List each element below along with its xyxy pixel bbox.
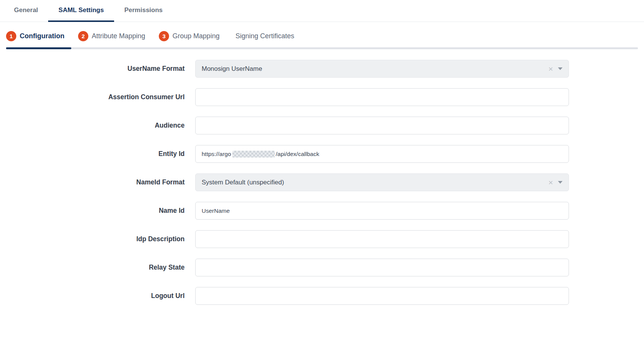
- clear-icon[interactable]: ×: [548, 178, 553, 186]
- clear-icon[interactable]: ×: [548, 65, 553, 73]
- field-label: UserName Format: [0, 65, 195, 73]
- step-group-mapping[interactable]: 3 Group Mapping: [159, 31, 219, 41]
- chevron-down-icon[interactable]: [558, 181, 563, 184]
- tab-general[interactable]: General: [4, 0, 48, 22]
- step-number-badge: 1: [6, 31, 16, 41]
- step-attribute-mapping[interactable]: 2 Attribute Mapping: [78, 31, 145, 41]
- assertion-consumer-url-input[interactable]: [195, 88, 569, 106]
- entity-id-input[interactable]: https://argo /api/dex/callback: [195, 145, 569, 163]
- entity-id-prefix: https://argo: [202, 151, 231, 158]
- form-row: UserName Format Monosign UserName ×: [0, 60, 644, 78]
- logout-url-input[interactable]: [195, 287, 569, 305]
- field-label: Relay State: [0, 264, 195, 271]
- saml-configuration-form: UserName Format Monosign UserName × Asse…: [0, 60, 644, 305]
- tab-saml-settings[interactable]: SAML Settings: [48, 0, 114, 22]
- step-configuration[interactable]: 1 Configuration: [6, 31, 64, 41]
- field-label: Name Id: [0, 207, 195, 215]
- field-label: NameId Format: [0, 178, 195, 186]
- idp-description-input[interactable]: [195, 230, 569, 248]
- step-label: Configuration: [20, 32, 64, 40]
- step-label: Signing Certificates: [235, 32, 294, 40]
- form-row: Assertion Consumer Url: [0, 88, 644, 106]
- redacted-text-block: [232, 151, 275, 158]
- form-row: Idp Description: [0, 230, 644, 248]
- form-row: NameId Format System Default (unspecifie…: [0, 173, 644, 191]
- nameid-format-select[interactable]: System Default (unspecified) ×: [195, 173, 569, 191]
- step-signing-certificates[interactable]: Signing Certificates: [235, 32, 294, 40]
- select-value: Monosign UserName: [202, 65, 548, 73]
- field-label: Assertion Consumer Url: [0, 93, 195, 101]
- name-id-input[interactable]: [195, 202, 569, 220]
- tab-bar: General SAML Settings Permissions: [0, 0, 644, 22]
- entity-id-suffix: /api/dex/callback: [276, 151, 320, 158]
- username-format-select[interactable]: Monosign UserName ×: [195, 60, 569, 78]
- audience-input[interactable]: [195, 117, 569, 134]
- step-progress-fill: [6, 47, 71, 49]
- step-number-badge: 2: [78, 31, 88, 41]
- step-progress-track: [6, 47, 638, 49]
- step-nav: 1 Configuration 2 Attribute Mapping 3 Gr…: [0, 31, 644, 41]
- field-label: Entity Id: [0, 150, 195, 158]
- field-label: Idp Description: [0, 235, 195, 243]
- step-label: Group Mapping: [172, 32, 219, 40]
- field-label: Audience: [0, 122, 195, 129]
- form-row: Entity Id https://argo /api/dex/callback: [0, 145, 644, 163]
- form-row: Logout Url: [0, 287, 644, 305]
- step-label: Attribute Mapping: [92, 32, 145, 40]
- select-value: System Default (unspecified): [202, 179, 548, 186]
- relay-state-input[interactable]: [195, 259, 569, 276]
- form-row: Name Id: [0, 202, 644, 220]
- form-row: Audience: [0, 117, 644, 134]
- tab-permissions[interactable]: Permissions: [114, 0, 173, 22]
- step-number-badge: 3: [159, 31, 169, 41]
- field-label: Logout Url: [0, 292, 195, 300]
- form-row: Relay State: [0, 259, 644, 276]
- chevron-down-icon[interactable]: [558, 67, 563, 70]
